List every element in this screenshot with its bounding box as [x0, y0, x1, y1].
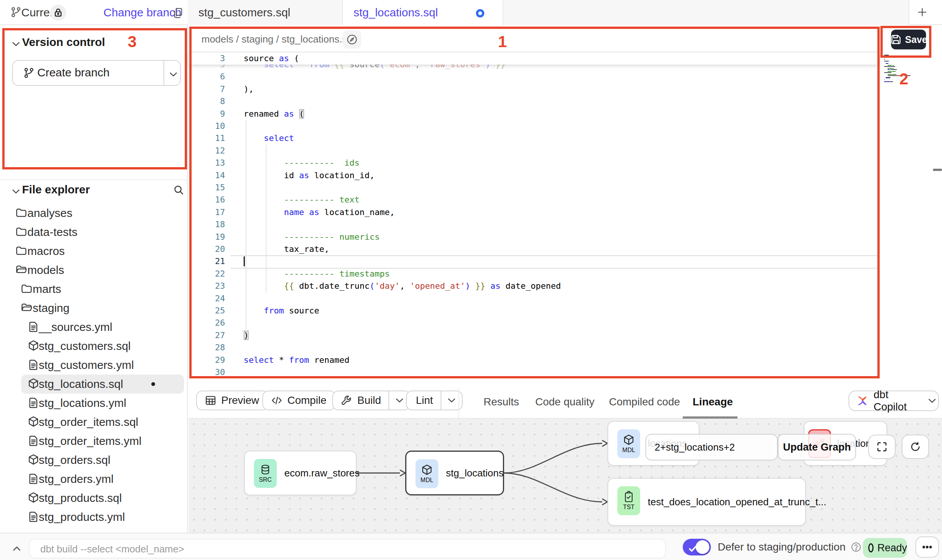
code-line-28[interactable]: 28: [189, 342, 880, 354]
tree-item-stg_orders.yml[interactable]: stg_orders.yml: [0, 470, 188, 489]
tree-item-stg_orders.sql[interactable]: stg_orders.sql: [0, 451, 188, 470]
code-line-14[interactable]: 14 id as location_id,: [189, 169, 880, 182]
preview-button[interactable]: Preview: [196, 391, 268, 410]
branch-bar: Current Change branch: [0, 0, 188, 25]
file-explorer-header[interactable]: File explorer: [0, 182, 188, 198]
fullscreen-button[interactable]: [868, 435, 896, 459]
git-branch-icon: [23, 67, 35, 79]
tree-item-stg_products.sql[interactable]: stg_products.sql: [0, 489, 188, 508]
code-line-7[interactable]: 7),: [189, 83, 880, 95]
build-button[interactable]: Build: [332, 391, 411, 410]
code-line-24[interactable]: 24: [189, 293, 880, 305]
code-line-25[interactable]: 25 from source: [189, 305, 880, 317]
unsaved-dot: [151, 382, 155, 386]
scroll-handle[interactable]: [933, 169, 942, 171]
code-line-10[interactable]: 10: [189, 120, 880, 132]
code-line-23[interactable]: 23 {{ dbt.date_trunc('day', 'opened_at')…: [189, 280, 880, 292]
new-tab-button[interactable]: [916, 6, 928, 18]
code-line-13[interactable]: 13 ---------- ids: [189, 157, 880, 169]
button-label: Compile: [287, 394, 327, 407]
save-button[interactable]: Save: [891, 30, 926, 49]
change-branch-link[interactable]: Change branch: [103, 6, 181, 19]
file-name: models: [27, 264, 64, 277]
code-line-9[interactable]: 9renamed as (: [189, 108, 880, 120]
lineage-selector-input[interactable]: 2+stg_locations+2: [645, 434, 778, 460]
lineage-node-test[interactable]: TST test_does_location_opened_at_trunc_t…: [607, 478, 806, 526]
tree-item-stg_customers.yml[interactable]: stg_customers.yml: [0, 356, 188, 375]
doc-icon: [27, 321, 40, 333]
tree-item-analyses[interactable]: analyses: [0, 204, 188, 223]
code-line-29[interactable]: 29select * from renamed: [189, 354, 880, 366]
version-control-header[interactable]: Version control: [0, 34, 188, 51]
tree-item-stg_order_items.sql[interactable]: stg_order_items.sql: [0, 413, 188, 432]
compile-button[interactable]: Compile: [262, 391, 336, 410]
refresh-button[interactable]: [902, 435, 929, 459]
tree-item-stg_products.yml[interactable]: stg_products.yml: [0, 508, 188, 527]
tree-item-models[interactable]: models: [0, 261, 188, 280]
chevron-down-icon[interactable]: [167, 68, 179, 81]
file-name: stg_order_items.yml: [39, 435, 141, 448]
code-line-21[interactable]: 21: [189, 255, 880, 267]
dbt-copilot-button[interactable]: dbt Copilot: [848, 391, 939, 411]
tree-item-stg_locations.sql[interactable]: stg_locations.sql: [0, 375, 188, 394]
tree-item-marts[interactable]: marts: [0, 280, 188, 299]
docs-compass-button[interactable]: [343, 30, 361, 49]
more-menu-button[interactable]: [915, 536, 939, 558]
code-line-6[interactable]: 6: [189, 71, 880, 83]
tab-code-quality[interactable]: Code quality: [535, 396, 595, 408]
tree-item-macros[interactable]: macros: [0, 242, 188, 261]
code-line-27[interactable]: 27): [189, 329, 880, 342]
copy-icon[interactable]: [172, 7, 184, 19]
selector-value: 2+stg_locations+2: [655, 441, 735, 453]
search-icon[interactable]: [173, 184, 185, 196]
code-line-15[interactable]: 15: [189, 182, 880, 194]
chevron-up-icon[interactable]: [11, 543, 23, 555]
create-branch-label: Create branch: [37, 66, 109, 79]
tree-item-data-tests[interactable]: data-tests: [0, 223, 188, 242]
file-name: stg_customers.sql: [39, 340, 131, 353]
tab-compiled-code[interactable]: Compiled code: [609, 396, 680, 408]
code-line-11[interactable]: 11 select: [189, 132, 880, 144]
command-input[interactable]: dbt build --select <model_name>: [29, 539, 666, 558]
save-label: Save: [905, 34, 927, 45]
top-bar: Current Change branch stg_customers.sql …: [0, 0, 942, 25]
code-line-8[interactable]: 8: [189, 95, 880, 108]
tab-stg-customers[interactable]: stg_customers.sql: [188, 0, 343, 25]
code-line-22[interactable]: 22 ---------- timestamps: [189, 268, 880, 280]
node-label: ecom.raw_stores: [284, 467, 360, 479]
code-area[interactable]: 5 select * from {{ source('ecom', 'raw_s…: [189, 65, 880, 388]
tab-results[interactable]: Results: [484, 396, 519, 408]
defer-toggle[interactable]: [683, 539, 711, 555]
tab-lineage[interactable]: Lineage: [693, 396, 733, 408]
lineage-canvas[interactable]: SRC ecom.raw_stores MDL stg_locations MD…: [189, 419, 942, 533]
annotation-label-3: 3: [128, 33, 136, 51]
code-line-19[interactable]: 19 ---------- numerics: [189, 231, 880, 243]
tree-item-stg_customers.sql[interactable]: stg_customers.sql: [0, 337, 188, 356]
tab-strip-empty: [503, 0, 909, 25]
code-line-12[interactable]: 12: [189, 145, 880, 157]
tree-item-staging[interactable]: staging: [0, 299, 188, 318]
lint-button[interactable]: Lint: [406, 391, 463, 410]
sticky-line: 3source as (: [189, 52, 880, 65]
code-line-18[interactable]: 18: [189, 218, 880, 231]
create-branch-button[interactable]: Create branch: [12, 60, 181, 86]
code-line-26[interactable]: 26: [189, 317, 880, 329]
code-line-30[interactable]: 30: [189, 366, 880, 378]
status-ready-badge[interactable]: Ready: [863, 538, 907, 558]
tree-item-stg_order_items.yml[interactable]: stg_order_items.yml: [0, 432, 188, 451]
code-line-16[interactable]: 16 ---------- text: [189, 194, 880, 206]
code-line-5[interactable]: 5 select * from {{ source('ecom', 'raw_s…: [189, 65, 880, 71]
tree-item-stg_locations.yml[interactable]: stg_locations.yml: [0, 394, 188, 413]
compass-icon: [346, 33, 358, 46]
tab-stg-locations[interactable]: stg_locations.sql: [343, 0, 503, 25]
code-line-20[interactable]: 20 tax_rate,: [189, 243, 880, 255]
code-line-17[interactable]: 17 name as location_name,: [189, 206, 880, 218]
doc-icon: [27, 473, 40, 485]
lineage-node-source[interactable]: SRC ecom.raw_stores: [244, 451, 357, 495]
help-icon[interactable]: [850, 541, 862, 553]
file-name: stg_products.sql: [39, 492, 122, 505]
lineage-node-stg-locations[interactable]: MDL stg_locations: [405, 451, 504, 495]
tree-item-__sources.yml[interactable]: __sources.yml: [0, 318, 188, 337]
model-icon: [623, 434, 635, 446]
update-graph-button[interactable]: Update Graph: [778, 434, 856, 460]
